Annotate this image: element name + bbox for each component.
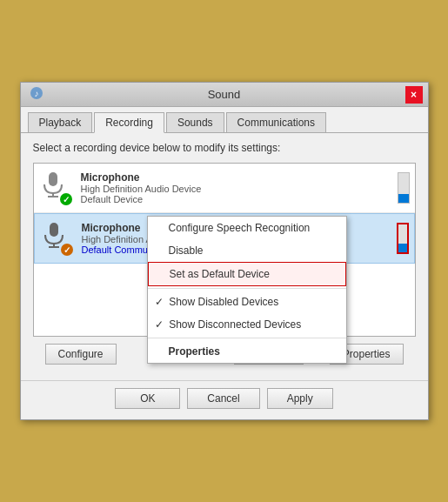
context-configure-speech[interactable]: Configure Speech Recognition (148, 217, 346, 239)
window-title: Sound (43, 88, 405, 101)
context-menu: Configure Speech Recognition Disable Set… (147, 216, 347, 364)
device-icon-1: ✓ (39, 171, 74, 205)
context-set-default[interactable]: Set as Default Device (148, 262, 346, 286)
tab-communications[interactable]: Communications (226, 112, 326, 132)
device-sub2-1: Default Device (81, 194, 392, 204)
context-show-disconnected[interactable]: ✓ Show Disconnected Devices (148, 313, 346, 336)
context-properties[interactable]: Properties (148, 340, 346, 363)
apply-button[interactable]: Apply (267, 388, 333, 409)
sound-dialog: ♪ Sound × Playback Recording Sounds Comm… (20, 82, 429, 420)
configure-button[interactable]: Configure (45, 344, 117, 365)
close-button[interactable]: × (405, 86, 423, 104)
ok-button[interactable]: OK (115, 388, 180, 409)
level-meter-2 (397, 223, 409, 254)
context-divider-1 (148, 288, 346, 289)
context-disable[interactable]: Disable (148, 239, 346, 262)
titlebar: ♪ Sound × (21, 83, 428, 107)
svg-text:♪: ♪ (34, 89, 38, 98)
status-badge-1: ✓ (60, 193, 72, 205)
context-show-disabled[interactable]: ✓ Show Disabled Devices (148, 291, 346, 313)
device-info-1: Microphone High Definition Audio Device … (81, 171, 392, 204)
tab-content: Select a recording device below to modif… (21, 133, 428, 380)
context-divider-2 (148, 338, 346, 338)
svg-rect-5 (50, 223, 58, 237)
tab-bar: Playback Recording Sounds Communications (21, 107, 428, 133)
tab-recording[interactable]: Recording (94, 112, 164, 133)
device-icon-2: ✓ (40, 221, 75, 256)
dialog-footer: OK Cancel Apply (21, 380, 428, 419)
device-item-1[interactable]: ✓ Microphone High Definition Audio Devic… (34, 164, 415, 213)
level-meter-1 (398, 172, 410, 204)
cancel-button[interactable]: Cancel (187, 388, 259, 409)
tab-description: Select a recording device below to modif… (33, 142, 416, 154)
svg-rect-2 (49, 172, 57, 186)
device-name-1: Microphone (81, 171, 392, 184)
device-list: ✓ Microphone High Definition Audio Devic… (33, 163, 416, 337)
titlebar-icon: ♪ (30, 86, 43, 103)
tab-playback[interactable]: Playback (28, 112, 93, 132)
tab-sounds[interactable]: Sounds (166, 112, 224, 132)
status-badge-2: ✓ (61, 244, 73, 256)
device-sub1-1: High Definition Audio Device (81, 184, 392, 194)
